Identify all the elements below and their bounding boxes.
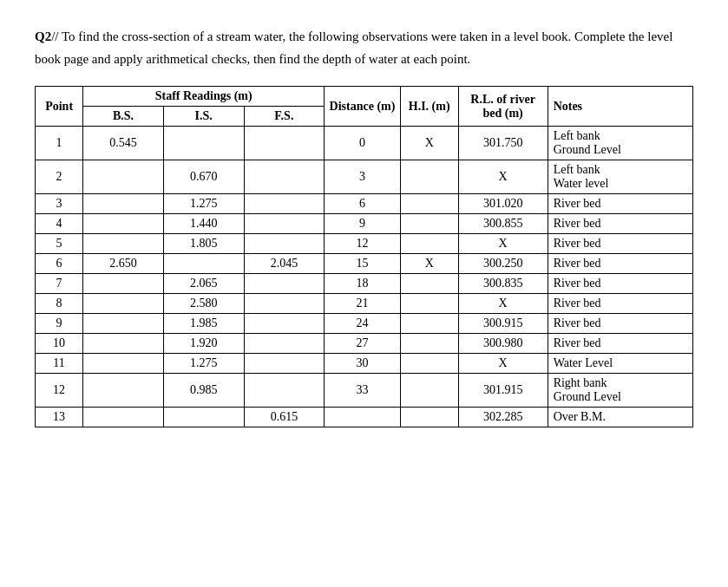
cell-distance: 21	[325, 294, 401, 314]
cell-fs	[244, 214, 325, 234]
cell-distance	[325, 408, 401, 427]
cell-is	[163, 254, 244, 274]
table-row: 13 0.615 302.285 Over B.M.	[36, 408, 693, 427]
cell-rl: 302.285	[458, 408, 548, 427]
cell-rl: 300.855	[458, 214, 548, 234]
table-row: 1 0.545 0 X 301.750 Left bankGround Leve…	[36, 127, 693, 160]
cell-fs	[244, 160, 325, 194]
cell-distance: 33	[325, 374, 401, 408]
question-text: Q2// To find the cross-section of a stre…	[35, 26, 693, 70]
cell-point: 8	[36, 294, 83, 314]
cell-bs	[83, 214, 164, 234]
cell-hi: X	[400, 254, 458, 274]
cell-point: 13	[36, 408, 83, 427]
col-point: Point	[36, 87, 83, 127]
cell-bs	[83, 274, 164, 294]
cell-bs	[83, 194, 164, 214]
cell-rl: X	[458, 234, 548, 254]
cell-is: 2.065	[163, 274, 244, 294]
cell-notes: River bed	[548, 294, 692, 314]
cell-hi	[400, 354, 458, 374]
question-body: To find the cross-section of a stream wa…	[35, 29, 672, 66]
cell-distance: 15	[325, 254, 401, 274]
table-row: 2 0.670 3 X Left bankWater level	[36, 160, 693, 194]
header-row-1: Point Staff Readings (m) Distance (m) H.…	[36, 87, 693, 107]
cell-rl: 300.250	[458, 254, 548, 274]
cell-fs: 2.045	[244, 254, 325, 274]
cell-fs	[244, 374, 325, 408]
cell-point: 1	[36, 127, 83, 160]
cell-rl: 300.915	[458, 314, 548, 334]
cell-notes: Left bankGround Level	[548, 127, 692, 160]
cell-bs	[83, 374, 164, 408]
table-row: 5 1.805 12 X River bed	[36, 234, 693, 254]
cell-is: 1.985	[163, 314, 244, 334]
table-row: 8 2.580 21 X River bed	[36, 294, 693, 314]
cell-point: 12	[36, 374, 83, 408]
cell-distance: 6	[325, 194, 401, 214]
cell-fs	[244, 294, 325, 314]
col-is: I.S.	[163, 107, 244, 127]
cell-hi	[400, 408, 458, 427]
cell-notes: River bed	[548, 214, 692, 234]
cell-hi	[400, 374, 458, 408]
cell-distance: 12	[325, 234, 401, 254]
cell-point: 6	[36, 254, 83, 274]
cell-hi	[400, 234, 458, 254]
cell-bs	[83, 408, 164, 427]
cell-is: 0.985	[163, 374, 244, 408]
cell-bs	[83, 160, 164, 194]
cell-distance: 24	[325, 314, 401, 334]
cell-rl: 301.750	[458, 127, 548, 160]
cell-notes: River bed	[548, 334, 692, 354]
cell-bs	[83, 354, 164, 374]
cell-fs	[244, 234, 325, 254]
table-row: 9 1.985 24 300.915 River bed	[36, 314, 693, 334]
cell-bs	[83, 234, 164, 254]
cell-notes: Left bankWater level	[548, 160, 692, 194]
cell-point: 10	[36, 334, 83, 354]
cell-fs	[244, 314, 325, 334]
cell-notes: River bed	[548, 254, 692, 274]
cell-rl: X	[458, 294, 548, 314]
col-fs: F.S.	[244, 107, 325, 127]
cell-fs	[244, 127, 325, 160]
cell-distance: 3	[325, 160, 401, 194]
cell-notes: Right bankGround Level	[548, 374, 692, 408]
cell-rl: X	[458, 160, 548, 194]
cell-rl: 301.020	[458, 194, 548, 214]
col-notes: Notes	[548, 87, 692, 127]
cell-rl: 301.915	[458, 374, 548, 408]
cell-fs	[244, 354, 325, 374]
cell-is: 0.670	[163, 160, 244, 194]
table-row: 3 1.275 6 301.020 River bed	[36, 194, 693, 214]
cell-fs	[244, 194, 325, 214]
cell-rl: 300.835	[458, 274, 548, 294]
table-row: 12 0.985 33 301.915 Right bankGround Lev…	[36, 374, 693, 408]
cell-fs	[244, 274, 325, 294]
question-label: Q2	[35, 29, 51, 43]
cell-distance: 9	[325, 214, 401, 234]
table-row: 4 1.440 9 300.855 River bed	[36, 214, 693, 234]
cell-bs: 0.545	[83, 127, 164, 160]
cell-notes: River bed	[548, 314, 692, 334]
cell-hi	[400, 194, 458, 214]
col-bs: B.S.	[83, 107, 164, 127]
cell-hi: X	[400, 127, 458, 160]
table-row: 6 2.650 2.045 15 X 300.250 River bed	[36, 254, 693, 274]
cell-notes: River bed	[548, 194, 692, 214]
table-row: 10 1.920 27 300.980 River bed	[36, 334, 693, 354]
table-body: 1 0.545 0 X 301.750 Left bankGround Leve…	[36, 127, 693, 427]
cell-hi	[400, 334, 458, 354]
col-distance: Distance (m)	[325, 87, 401, 127]
cell-fs: 0.615	[244, 408, 325, 427]
cell-is: 2.580	[163, 294, 244, 314]
cell-is: 1.805	[163, 234, 244, 254]
table-row: 7 2.065 18 300.835 River bed	[36, 274, 693, 294]
cell-fs	[244, 334, 325, 354]
col-staff-readings: Staff Readings (m)	[83, 87, 325, 107]
cell-is	[163, 127, 244, 160]
cell-distance: 0	[325, 127, 401, 160]
cell-point: 4	[36, 214, 83, 234]
question-block: Q2// To find the cross-section of a stre…	[35, 26, 693, 70]
